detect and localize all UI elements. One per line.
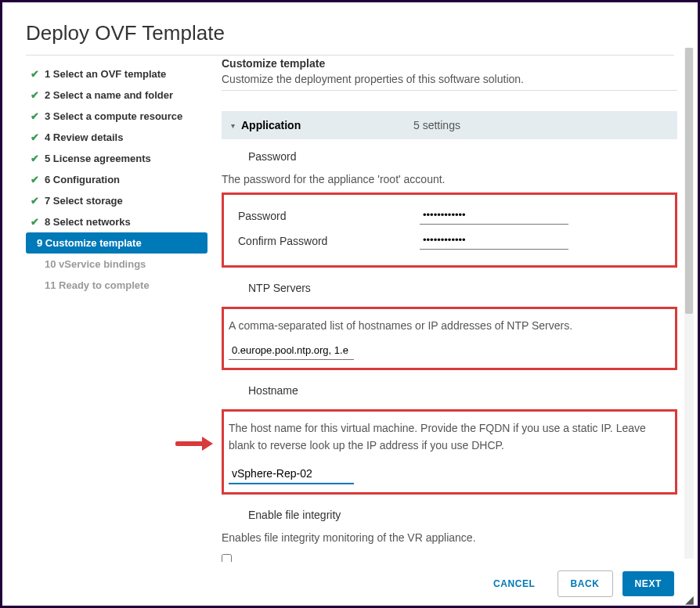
section-count: 5 settings [413,119,460,131]
password-label: Password [238,210,420,222]
vertical-scrollbar[interactable] [684,48,694,559]
step-vservice-bindings: 10 vService bindings [26,254,207,275]
step-ready-complete: 11 Ready to complete [26,275,207,296]
dialog-footer: CANCEL BACK NEXT [2,562,698,606]
integrity-checkbox[interactable] [222,554,232,562]
back-button[interactable]: BACK [557,570,613,597]
ntp-input[interactable] [229,343,354,360]
ntp-highlight-box: A comma-separated list of hostnames or I… [222,307,677,369]
step-select-networks[interactable]: ✔8 Select networks [26,211,207,232]
resize-grip-icon[interactable]: ◢ [685,593,696,604]
integrity-field-label: Enable file integrity [222,501,677,529]
section-label: Application [241,119,413,131]
scrollbar-thumb[interactable] [685,48,693,314]
hostname-highlight-box: The host name for this virtual machine. … [222,409,677,495]
step-select-storage[interactable]: ✔7 Select storage [26,190,207,211]
chevron-down-icon: ▾ [231,121,235,130]
next-button[interactable]: NEXT [622,571,674,596]
check-icon: ✔ [31,68,45,80]
confirm-password-label: Confirm Password [238,235,420,247]
step-customize-template[interactable]: 9 Customize template [26,232,207,254]
deploy-ovf-dialog: Deploy OVF Template ✔1 Select an OVF tem… [2,2,698,606]
panel-divider [222,90,677,91]
check-icon: ✔ [31,216,45,228]
step-configuration[interactable]: ✔6 Configuration [26,169,207,190]
cancel-button[interactable]: CANCEL [481,571,548,596]
ntp-field-label: NTP Servers [222,274,677,302]
hostname-input[interactable] [229,466,354,484]
password-highlight-box: Password Confirm Password [222,192,677,268]
password-field-label: Password [222,142,677,171]
check-icon: ✔ [31,89,45,101]
integrity-desc: Enables file integrity monitoring of the… [222,529,677,546]
step-select-ovf[interactable]: ✔1 Select an OVF template [26,63,207,85]
hostname-desc: The host name for this virtual machine. … [229,419,670,455]
check-icon: ✔ [31,131,45,143]
password-desc: The password for the appliance 'root' ac… [222,171,677,188]
step-compute-resource[interactable]: ✔3 Select a compute resource [26,106,207,127]
main-panel: Customize template Customize the deploym… [207,48,684,562]
arrow-right-icon [175,437,213,451]
panel-subheading: Customize the deployment properties of t… [222,73,677,85]
wizard-steps: ✔1 Select an OVF template ✔2 Select a na… [26,48,207,562]
check-icon: ✔ [31,195,45,207]
ntp-desc: A comma-separated list of hostnames or I… [229,317,670,334]
check-icon: ✔ [31,153,45,164]
confirm-password-input[interactable] [420,232,568,250]
section-application[interactable]: ▾ Application 5 settings [222,111,677,139]
password-input[interactable] [420,207,568,225]
hostname-field-label: Hostname [222,376,677,405]
step-license[interactable]: ✔5 License agreements [26,148,207,169]
check-icon: ✔ [31,110,45,122]
step-review-details[interactable]: ✔4 Review details [26,127,207,148]
check-icon: ✔ [31,174,45,185]
panel-heading: Customize template [222,57,677,70]
step-select-name[interactable]: ✔2 Select a name and folder [26,85,207,106]
